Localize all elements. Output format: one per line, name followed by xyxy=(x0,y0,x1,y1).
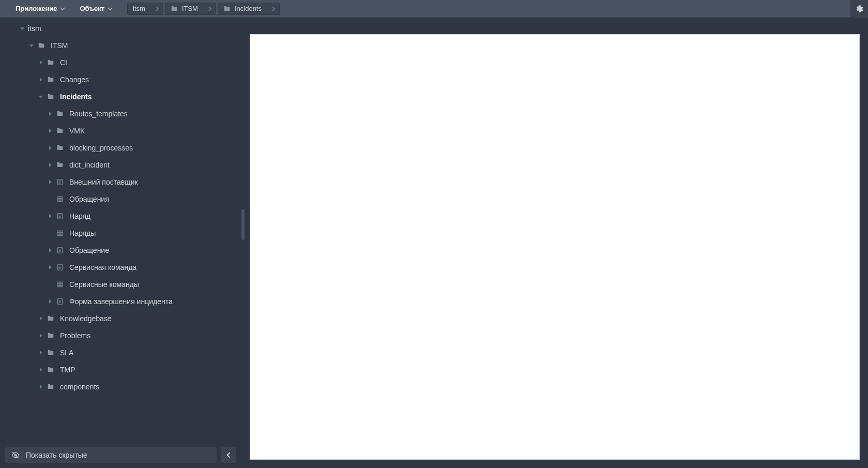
tree-item[interactable]: Problems xyxy=(0,327,241,344)
collapse-sidebar-button[interactable] xyxy=(221,447,236,463)
tree-item-label: Наряды xyxy=(69,229,96,237)
tree-item[interactable]: components xyxy=(0,378,241,395)
expand-icon[interactable] xyxy=(37,61,44,65)
chevron-right-icon xyxy=(271,6,276,11)
settings-button[interactable] xyxy=(850,0,868,18)
tree-item-label: CI xyxy=(60,58,67,67)
breadcrumb-label: Incidents xyxy=(235,5,271,12)
folder-icon xyxy=(47,315,55,322)
tree-item[interactable]: Наряд xyxy=(0,207,241,224)
chevron-down-icon xyxy=(108,6,113,11)
tree-item[interactable]: Обращение xyxy=(0,241,241,259)
folder-icon xyxy=(47,349,55,356)
tree-item[interactable]: VMK xyxy=(0,122,241,139)
expand-icon[interactable] xyxy=(37,351,44,355)
tree-item[interactable]: Обращения xyxy=(0,190,241,207)
expand-icon[interactable] xyxy=(47,129,54,133)
folder-icon xyxy=(56,110,64,117)
folder-icon xyxy=(56,144,64,152)
folder-icon xyxy=(47,366,55,373)
tree-item-label: blocking_processes xyxy=(69,144,133,152)
tree-item[interactable]: Changes xyxy=(0,71,241,88)
tree-item[interactable]: Knowledgebase xyxy=(0,310,241,327)
tree-item-label: Сервисная команда xyxy=(69,263,136,271)
tree-item[interactable]: TMP xyxy=(0,361,241,378)
chevron-down-icon xyxy=(60,6,65,11)
expand-icon[interactable] xyxy=(47,248,54,252)
tree-item[interactable]: CI xyxy=(0,54,241,71)
tree-item-label: Сервисные команды xyxy=(69,280,139,289)
tree-item[interactable]: Сервисные команды xyxy=(0,276,241,293)
expand-icon[interactable] xyxy=(37,334,44,338)
breadcrumb-item[interactable]: ITSM xyxy=(165,3,216,15)
tree-item[interactable]: itsm xyxy=(0,20,241,37)
gear-icon xyxy=(855,5,863,13)
breadcrumb-item[interactable]: Incidents xyxy=(218,3,280,15)
tree-item-label: dict_incident xyxy=(69,161,110,169)
expand-icon[interactable] xyxy=(47,146,54,150)
expand-icon[interactable] xyxy=(47,180,54,184)
expand-icon[interactable] xyxy=(47,214,54,218)
tree[interactable]: itsmITSMCIChangesIncidentsRoutes_templat… xyxy=(0,18,241,442)
tree-item-label: Обращение xyxy=(69,246,109,254)
table-icon xyxy=(56,230,64,237)
show-hidden-label: Показать скрытые xyxy=(26,451,87,459)
tree-item-label: Форма завершения инцидента xyxy=(69,297,173,306)
breadcrumb-label: ITSM xyxy=(182,5,207,12)
tree-item-label: Knowledgebase xyxy=(60,314,112,323)
tree-item-label: Routes_templates xyxy=(69,110,128,118)
chevron-left-icon xyxy=(225,452,232,458)
show-hidden-button[interactable]: Показать скрытые xyxy=(5,447,217,463)
expand-icon[interactable] xyxy=(37,78,44,82)
folder-icon xyxy=(56,161,64,169)
menu-label: Приложение xyxy=(16,5,57,12)
expand-icon[interactable] xyxy=(37,316,44,321)
tree-item-label: VMK xyxy=(69,127,85,135)
folder-icon xyxy=(47,383,55,390)
tree-item-label: TMP xyxy=(60,366,75,374)
tree-item[interactable]: Incidents xyxy=(0,88,241,105)
tree-item[interactable]: blocking_processes xyxy=(0,139,241,156)
tree-item[interactable]: Форма завершения инцидента xyxy=(0,293,241,310)
main: itsmITSMCIChangesIncidentsRoutes_templat… xyxy=(0,18,868,468)
expand-icon[interactable] xyxy=(37,385,44,389)
expand-icon[interactable] xyxy=(47,299,54,304)
tree-item[interactable]: Routes_templates xyxy=(0,105,241,122)
tree-item[interactable]: dict_incident xyxy=(0,156,241,173)
expand-icon[interactable] xyxy=(47,163,54,167)
collapse-icon[interactable] xyxy=(28,43,35,48)
breadcrumb-item[interactable]: itsm xyxy=(127,3,163,15)
sidebar-footer: Показать скрытые xyxy=(0,442,241,468)
form-icon xyxy=(56,213,64,220)
expand-icon[interactable] xyxy=(47,112,54,116)
tree-item-label: Наряд xyxy=(69,212,90,220)
folder-icon xyxy=(47,332,55,339)
tree-item-label: Внешний поставщик xyxy=(69,178,138,186)
folder-icon xyxy=(223,5,231,12)
svg-rect-4 xyxy=(57,197,63,201)
menu-object[interactable]: Объект xyxy=(72,0,120,17)
sidebar-resizer[interactable] xyxy=(241,18,245,468)
form-icon xyxy=(56,298,64,305)
folder-icon xyxy=(47,59,55,66)
folder-icon xyxy=(47,76,55,83)
content-area xyxy=(250,34,860,460)
sidebar: itsmITSMCIChangesIncidentsRoutes_templat… xyxy=(0,18,241,468)
tree-item[interactable]: Внешний поставщик xyxy=(0,173,241,190)
tree-item[interactable]: ITSM xyxy=(0,37,241,54)
tree-item[interactable]: SLA xyxy=(0,344,241,361)
expand-icon[interactable] xyxy=(37,368,44,372)
tree-item[interactable]: Сервисная команда xyxy=(0,259,241,276)
form-icon xyxy=(56,247,64,254)
collapse-icon[interactable] xyxy=(37,95,44,99)
tree-item[interactable]: Наряды xyxy=(0,224,241,241)
tree-item-label: Changes xyxy=(60,76,89,84)
menu-application[interactable]: Приложение xyxy=(8,0,72,17)
folder-icon xyxy=(37,42,45,49)
expand-icon[interactable] xyxy=(47,265,54,269)
folder-icon xyxy=(56,127,64,134)
tree-item-label: SLA xyxy=(60,349,73,357)
collapse-icon[interactable] xyxy=(19,26,26,31)
tree-item-label: ITSM xyxy=(51,41,68,50)
eye-off-icon xyxy=(11,451,20,459)
